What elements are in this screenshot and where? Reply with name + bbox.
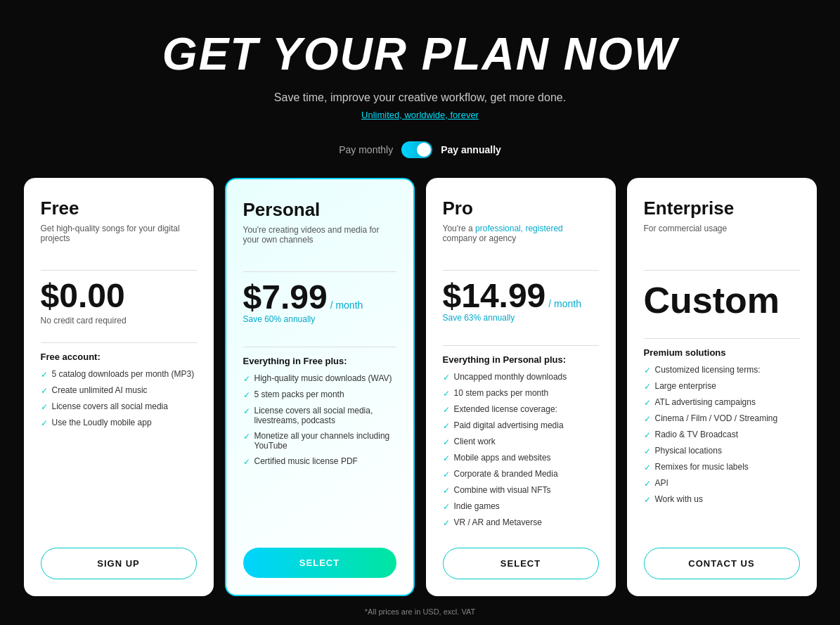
- feature-item: ✓Create unlimited AI music: [41, 385, 197, 396]
- features-label-enterprise: Premium solutions: [644, 347, 800, 358]
- signup-button[interactable]: SIGN UP: [41, 548, 197, 579]
- check-icon: ✓: [443, 421, 450, 431]
- check-icon: ✓: [443, 373, 450, 382]
- select-pro-button[interactable]: SELECT: [443, 548, 599, 579]
- plan-name-pro: Pro: [443, 198, 599, 219]
- check-icon: ✓: [644, 446, 651, 456]
- feature-item: ✓Combine with visual NFTs: [443, 485, 599, 496]
- feature-item: ✓Use the Loudly mobile app: [41, 418, 197, 428]
- feature-item: ✓Corporate & branded Media: [443, 469, 599, 479]
- feature-text: Extended license coverage:: [454, 404, 557, 414]
- check-icon: ✓: [644, 382, 651, 392]
- check-icon: ✓: [644, 463, 651, 472]
- plan-price-enterprise: Custom: [644, 279, 800, 321]
- feature-text: Cinema / Film / VOD / Streaming: [655, 413, 778, 423]
- billing-toggle[interactable]: Pay monthly Pay annually: [339, 141, 501, 158]
- feature-text: Client work: [454, 437, 496, 446]
- feature-item: ✓5 catalog downloads per month (MP3): [41, 369, 197, 380]
- feature-item: ✓10 stem packs per month: [443, 388, 599, 399]
- divider: [443, 345, 599, 346]
- feature-text: Indie games: [454, 501, 500, 511]
- features-list-free: ✓5 catalog downloads per month (MP3) ✓Cr…: [41, 369, 197, 534]
- feature-text: Remixes for music labels: [655, 462, 749, 472]
- plan-price-free: $0.00: [41, 279, 125, 313]
- plans-container: Free Get high-quality songs for your dig…: [20, 178, 821, 596]
- check-icon: ✓: [243, 390, 250, 400]
- feature-item: ✓Indie games: [443, 501, 599, 512]
- check-icon: ✓: [443, 470, 450, 479]
- feature-text: Large enterprise: [655, 381, 716, 391]
- check-icon: ✓: [41, 418, 48, 428]
- check-icon: ✓: [41, 370, 48, 380]
- feature-item: ✓License covers all social media: [41, 401, 197, 412]
- check-icon: ✓: [443, 453, 450, 463]
- feature-text: API: [655, 478, 668, 488]
- price-save-pro: Save 63% annually: [443, 313, 599, 323]
- check-icon: ✓: [644, 366, 651, 375]
- check-icon: ✓: [644, 495, 651, 505]
- plan-description-personal: You're creating videos and media for you…: [243, 225, 396, 250]
- feature-item: ✓High-quality music downloads (WAV): [243, 373, 396, 384]
- billing-toggle-switch[interactable]: [401, 141, 432, 158]
- footer-note: *All prices are in USD, excl. VAT: [365, 607, 475, 616]
- divider: [243, 347, 396, 347]
- price-section-free: $0.00 No credit card required: [41, 279, 197, 328]
- check-icon: ✓: [443, 405, 450, 415]
- features-label-personal: Everything in Free plus:: [243, 356, 396, 366]
- feature-text: 5 catalog downloads per month (MP3): [52, 369, 195, 379]
- divider: [41, 342, 197, 343]
- price-save-personal: Save 60% annually: [243, 314, 396, 324]
- features-list-pro: ✓Uncapped monthly downloads ✓10 stem pac…: [443, 372, 599, 534]
- plan-description-link[interactable]: professional, registered: [475, 224, 563, 233]
- divider: [644, 270, 800, 271]
- plan-price-unit-pro: / month: [548, 298, 581, 309]
- page-tagline: Unlimited, worldwide, forever: [361, 110, 479, 120]
- feature-text: Radio & TV Broadcast: [655, 430, 739, 439]
- check-icon: ✓: [243, 457, 250, 467]
- check-icon: ✓: [243, 432, 250, 442]
- price-note-free: No credit card required: [41, 316, 197, 326]
- feature-text: 10 stem packs per month: [454, 388, 549, 398]
- feature-text: High-quality music downloads (WAV): [254, 373, 392, 383]
- select-personal-button[interactable]: SELECT: [243, 548, 396, 578]
- billing-annually-label: Pay annually: [441, 144, 501, 155]
- feature-item: ✓Physical locations: [644, 446, 800, 456]
- check-icon: ✓: [443, 486, 450, 496]
- feature-text: License covers all social media, livestr…: [254, 406, 396, 425]
- feature-item: ✓Mobile apps and websites: [443, 453, 599, 463]
- plan-name-personal: Personal: [243, 199, 396, 221]
- check-icon: ✓: [443, 518, 450, 528]
- plan-card-personal: Personal You're creating videos and medi…: [225, 178, 415, 596]
- check-icon: ✓: [443, 437, 450, 447]
- price-section-pro: $14.99 / month Save 63% annually: [443, 279, 599, 331]
- toggle-knob: [417, 143, 431, 157]
- price-section-personal: $7.99 / month Save 60% annually: [243, 281, 396, 333]
- feature-item: ✓Uncapped monthly downloads: [443, 372, 599, 382]
- plan-description-text: You're a: [443, 224, 476, 233]
- plan-description-free: Get high-quality songs for your digital …: [41, 224, 197, 249]
- feature-item: ✓Paid digital advertising media: [443, 420, 599, 431]
- feature-item: ✓ATL advertising campaigns: [644, 397, 800, 408]
- feature-item: ✓Extended license coverage:: [443, 404, 599, 415]
- feature-item: ✓Certified music license PDF: [243, 456, 396, 467]
- check-icon: ✓: [644, 414, 651, 424]
- feature-text: Physical locations: [655, 446, 722, 456]
- feature-text: Work with us: [655, 494, 703, 504]
- plan-card-free: Free Get high-quality songs for your dig…: [24, 178, 214, 596]
- check-icon: ✓: [644, 430, 651, 440]
- contact-us-button[interactable]: CONTACT US: [644, 548, 800, 579]
- page-title: GET YOUR PLAN NOW: [162, 28, 678, 80]
- feature-text: Corporate & branded Media: [454, 469, 558, 479]
- plan-price-unit-personal: / month: [330, 299, 363, 311]
- feature-text: Mobile apps and websites: [454, 453, 551, 463]
- feature-text: Monetize all your channels including You…: [254, 431, 396, 451]
- plan-price-pro: $14.99: [443, 279, 546, 313]
- feature-item: ✓Large enterprise: [644, 381, 800, 392]
- feature-text: Uncapped monthly downloads: [454, 372, 567, 382]
- billing-monthly-label: Pay monthly: [339, 144, 393, 155]
- plan-description-enterprise: For commercial usage: [644, 224, 800, 249]
- divider: [644, 338, 800, 339]
- feature-item: ✓Monetize all your channels including Yo…: [243, 431, 396, 451]
- check-icon: ✓: [443, 389, 450, 399]
- feature-item: ✓API: [644, 478, 800, 489]
